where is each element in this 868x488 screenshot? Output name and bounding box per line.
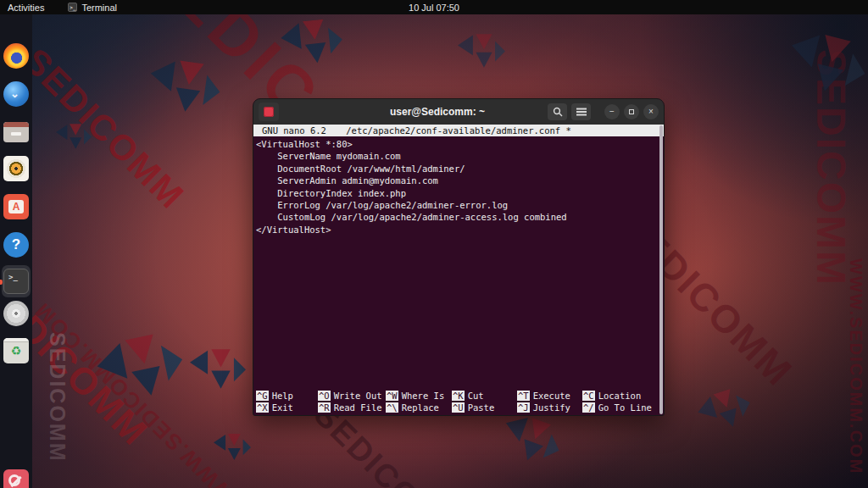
logo-triangle-cluster xyxy=(190,349,246,389)
dock-item-disc[interactable] xyxy=(3,301,29,326)
search-icon xyxy=(553,107,563,117)
shortcut-read-file: ^RRead File xyxy=(318,402,386,414)
menu-button[interactable] xyxy=(571,103,591,120)
logo-triangle-cluster xyxy=(280,17,345,66)
shortcut-justify: ^JJustify xyxy=(517,402,582,414)
shortcut-location: ^CLocation xyxy=(582,391,655,402)
blocked-icon xyxy=(3,469,29,488)
dock-item-ubuntu-software[interactable]: A xyxy=(3,194,29,219)
shortcut-where-is: ^WWhere Is xyxy=(386,391,452,402)
firefox-icon xyxy=(3,43,29,69)
desktop: SEDICOMM SEDICOMM WWW.SEDICOMM.COM SEDIC… xyxy=(0,0,868,488)
shortcut-go-to-line: ^/Go To Line xyxy=(582,402,655,414)
nano-shortcut-bar: ^GHelp ^OWrite Out ^WWhere Is ^KCut ^TEx… xyxy=(256,391,655,413)
logo-triangle-cluster xyxy=(146,56,224,116)
dock-item-files[interactable] xyxy=(3,119,29,145)
terminal-body[interactable]: GNU nano 6.2 /etc/apache2/conf-available… xyxy=(253,125,664,415)
shortcut-help: ^GHelp xyxy=(256,391,318,402)
close-button[interactable]: × xyxy=(643,104,659,119)
config-line: ServerName mydomain.com xyxy=(256,151,655,163)
window-title: user@Sedicomm: ~ xyxy=(330,106,545,118)
logo-triangle-cluster xyxy=(694,384,756,435)
ubuntu-software-icon: A xyxy=(3,194,29,219)
dock-item-rhythmbox[interactable] xyxy=(3,156,29,181)
config-line: </VirtualHost> xyxy=(256,225,655,236)
shortcut-write-out: ^OWrite Out xyxy=(318,391,386,402)
dock-item-terminal[interactable]: >_ xyxy=(3,269,29,294)
nano-file-path: /etc/apache2/conf-available/adminer.conf… xyxy=(253,125,664,136)
running-app-indicator xyxy=(0,280,3,285)
minimize-icon: − xyxy=(609,108,615,116)
logo-triangle-cluster xyxy=(93,329,189,405)
terminal-icon: >_ xyxy=(3,269,29,294)
logo-triangle-cluster xyxy=(782,27,868,100)
terminal-red-icon xyxy=(264,107,274,117)
logo-triangle-cluster xyxy=(214,434,251,460)
shortcut-cut: ^KCut xyxy=(452,391,517,402)
logo-triangle-cluster xyxy=(458,34,505,68)
terminal-window: user@Sedicomm: ~ − xyxy=(253,98,665,416)
dock-item-firefox[interactable] xyxy=(3,43,29,69)
search-button[interactable] xyxy=(548,103,567,120)
maximize-icon xyxy=(629,109,634,114)
thunderbird-icon: ⌄ xyxy=(3,81,29,107)
shortcut-exit: ^XExit xyxy=(256,402,318,414)
config-line: ServerAdmin admin@mydomain.com xyxy=(256,175,655,187)
hamburger-icon xyxy=(576,108,587,116)
minimize-button[interactable]: − xyxy=(604,104,620,119)
nano-editor-content[interactable]: <VirtualHost *:80> ServerName mydomain.c… xyxy=(256,139,655,236)
close-icon: × xyxy=(648,108,654,116)
config-line: ErrorLog /var/log/apache2/adminer-error.… xyxy=(256,200,655,212)
dock-item-trash[interactable]: ♻ xyxy=(3,338,29,363)
files-icon xyxy=(3,122,29,142)
dock-item-thunderbird[interactable]: ⌄ xyxy=(3,81,29,107)
logo-triangle-cluster xyxy=(56,124,92,149)
disc-icon xyxy=(3,301,29,326)
rhythmbox-icon xyxy=(3,156,29,181)
window-titlebar[interactable]: user@Sedicomm: ~ − xyxy=(253,99,664,125)
top-bar: Activities >_ Terminal 10 Jul 07:50 xyxy=(0,0,868,14)
dock-item-blocked[interactable] xyxy=(3,469,29,488)
wallpaper-brand-text: SEDICOMM xyxy=(45,332,70,463)
config-line: CustomLog /var/log/apache2/adminer-acces… xyxy=(256,212,655,224)
shortcut-execute: ^TExecute xyxy=(517,391,582,402)
window-app-button[interactable] xyxy=(259,103,279,121)
help-icon: ? xyxy=(3,232,29,258)
shortcut-paste: ^UPaste xyxy=(452,402,517,414)
config-line: <VirtualHost *:80> xyxy=(256,139,655,151)
terminal-scrollbar[interactable] xyxy=(659,125,663,414)
dock: ⌄ A ? >_ ♻ xyxy=(0,14,32,488)
clock-button[interactable]: 10 Jul 07:50 xyxy=(0,3,868,13)
shortcut-replace: ^\Replace xyxy=(386,402,452,414)
trash-icon: ♻ xyxy=(3,338,29,363)
maximize-button[interactable] xyxy=(624,104,639,119)
config-line: DirectoryIndex index.php xyxy=(256,188,655,200)
config-line: DocumentRoot /var/www/html/adminer/ xyxy=(256,164,655,175)
wallpaper-url-text: WWW.SEDICOMM.COM xyxy=(846,258,865,474)
logo-triangle-cluster xyxy=(497,410,567,470)
dock-item-help[interactable]: ? xyxy=(3,232,29,258)
nano-title-bar: GNU nano 6.2 /etc/apache2/conf-available… xyxy=(253,125,664,136)
